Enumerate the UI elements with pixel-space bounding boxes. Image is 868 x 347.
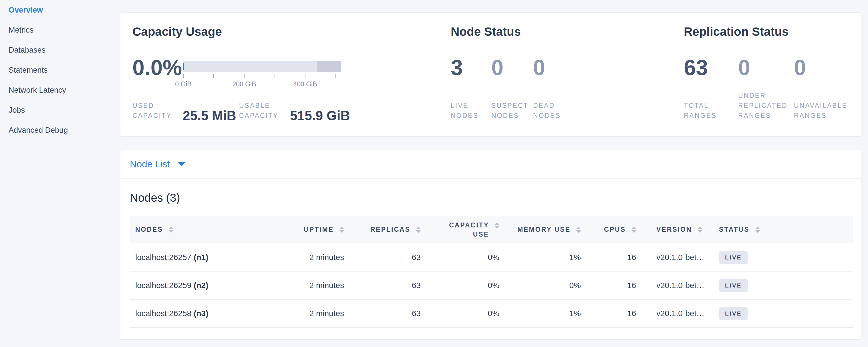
sidebar-item-overview[interactable]: Overview bbox=[0, 0, 120, 20]
unavailable-ranges-value: 0 bbox=[794, 56, 806, 80]
capacity-percent: 0.0% bbox=[132, 56, 182, 80]
capacity-use-value: 0% bbox=[488, 253, 499, 262]
sort-icon[interactable] bbox=[755, 227, 760, 233]
capacity-gauge-usable-segment bbox=[183, 61, 317, 72]
cluster-summary-card: Capacity Usage 0.0% 0 GiB 200 GiB 400 Gi… bbox=[120, 12, 861, 136]
axis-label-400: 400 GiB bbox=[293, 81, 317, 88]
sidebar-item-metrics[interactable]: Metrics bbox=[0, 20, 120, 40]
capacity-usage-title: Capacity Usage bbox=[132, 25, 222, 38]
under-replicated-ranges-value: 0 bbox=[738, 56, 750, 80]
header-status[interactable]: STATUS bbox=[716, 216, 853, 244]
overview-page: Overview Metrics Databases Statements Ne… bbox=[0, 0, 868, 347]
status-badge: LIVE bbox=[719, 251, 748, 264]
version-value: v20.1.0-bet… bbox=[656, 309, 705, 318]
sort-icon[interactable] bbox=[631, 227, 636, 233]
header-cpus[interactable]: CPUS bbox=[585, 216, 640, 244]
sidebar-item-databases[interactable]: Databases bbox=[0, 40, 120, 60]
under-replicated-ranges-label: UNDER- REPLICATED RANGES bbox=[738, 91, 787, 121]
uptime-value: 2 minutes bbox=[309, 281, 344, 290]
header-version[interactable]: VERSION bbox=[640, 216, 716, 244]
sidebar-item-advanced-debug[interactable]: Advanced Debug bbox=[0, 120, 120, 140]
sidebar-item-statements[interactable]: Statements bbox=[0, 60, 120, 80]
nodes-heading: Nodes (3) bbox=[130, 191, 180, 204]
memory-use-value: 0% bbox=[569, 281, 581, 290]
sort-icon[interactable] bbox=[698, 227, 703, 233]
axis-tick bbox=[305, 74, 305, 78]
capacity-use-value: 0% bbox=[488, 281, 499, 290]
cpus-value: 16 bbox=[627, 281, 636, 290]
axis-label-200: 200 GiB bbox=[232, 81, 256, 88]
sort-icon[interactable] bbox=[416, 227, 421, 233]
capacity-gauge-used-marker bbox=[183, 63, 184, 70]
replicas-value: 63 bbox=[412, 281, 421, 290]
unavailable-ranges-label: UNAVAILABLE RANGES bbox=[794, 101, 847, 121]
replicas-value: 63 bbox=[412, 309, 421, 318]
axis-label-0: 0 GiB bbox=[175, 81, 192, 88]
live-nodes-value: 3 bbox=[451, 56, 463, 80]
capacity-gauge-other-segment bbox=[317, 61, 341, 72]
cpus-value: 16 bbox=[627, 253, 636, 262]
memory-use-value: 1% bbox=[569, 253, 581, 262]
capacity-use-value: 0% bbox=[488, 309, 499, 318]
replicas-value: 63 bbox=[412, 253, 421, 262]
nodes-table: NODES UPTIME REPLICAS CAPACITY USE bbox=[129, 216, 853, 327]
version-value: v20.1.0-bet… bbox=[656, 281, 705, 290]
uptime-value: 2 minutes bbox=[309, 309, 344, 318]
suspect-nodes-value: 0 bbox=[491, 56, 503, 80]
suspect-nodes-label: SUSPECT NODES bbox=[491, 101, 529, 121]
node-list-dropdown[interactable]: Node List bbox=[120, 150, 861, 179]
node-status-title: Node Status bbox=[451, 25, 521, 38]
node-list-dropdown-label: Node List bbox=[130, 159, 169, 170]
header-nodes[interactable]: NODES bbox=[129, 216, 283, 244]
total-ranges-value: 63 bbox=[684, 56, 708, 80]
live-nodes-label: LIVE NODES bbox=[451, 101, 478, 121]
header-uptime[interactable]: UPTIME bbox=[283, 216, 348, 244]
node-list-card: Node List Nodes (3) NODES UPTIME REPLICA… bbox=[120, 150, 861, 340]
dead-nodes-value: 0 bbox=[533, 56, 545, 80]
node-id: (n3) bbox=[194, 309, 208, 318]
axis-tick bbox=[336, 74, 336, 78]
header-memory-use[interactable]: MEMORY USE bbox=[503, 216, 585, 244]
header-capacity-use[interactable]: CAPACITY USE bbox=[425, 216, 503, 244]
usable-capacity-label: USABLE CAPACITY bbox=[239, 101, 278, 121]
node-address[interactable]: localhost:26257 bbox=[135, 253, 191, 262]
axis-tick bbox=[213, 74, 214, 78]
axis-tick bbox=[244, 74, 245, 78]
used-capacity-value: 25.5 MiB bbox=[183, 108, 236, 123]
node-address[interactable]: localhost:26259 bbox=[135, 281, 191, 290]
dead-nodes-label: DEAD NODES bbox=[533, 101, 561, 121]
table-row[interactable]: localhost:26258(n3) 2 minutes 63 0% 1% 1… bbox=[129, 299, 853, 327]
header-replicas[interactable]: REPLICAS bbox=[348, 216, 425, 244]
sidebar-item-network-latency[interactable]: Network Latency bbox=[0, 80, 120, 100]
capacity-gauge-bar bbox=[183, 61, 341, 72]
node-id: (n2) bbox=[194, 281, 208, 290]
axis-tick bbox=[275, 74, 275, 78]
sort-icon[interactable] bbox=[495, 222, 499, 228]
capacity-gauge: 0 GiB 200 GiB 400 GiB bbox=[183, 61, 346, 104]
table-row[interactable]: localhost:26259(n2) 2 minutes 63 0% 0% 1… bbox=[129, 272, 853, 299]
table-row[interactable]: localhost:26257(n1) 2 minutes 63 0% 1% 1… bbox=[129, 244, 853, 272]
node-address[interactable]: localhost:26258 bbox=[135, 309, 191, 318]
replication-status-title: Replication Status bbox=[684, 25, 788, 38]
version-value: v20.1.0-bet… bbox=[656, 253, 705, 262]
used-capacity-label: USED CAPACITY bbox=[132, 101, 172, 121]
sort-icon[interactable] bbox=[169, 227, 173, 233]
column-divider bbox=[283, 244, 283, 327]
cpus-value: 16 bbox=[627, 309, 636, 318]
sort-icon[interactable] bbox=[339, 227, 344, 233]
sort-icon[interactable] bbox=[576, 227, 581, 233]
sidebar-item-jobs[interactable]: Jobs bbox=[0, 100, 120, 120]
node-id: (n1) bbox=[194, 253, 208, 262]
memory-use-value: 1% bbox=[569, 309, 581, 318]
usable-capacity-value: 515.9 GiB bbox=[290, 108, 350, 123]
total-ranges-label: TOTAL RANGES bbox=[684, 101, 717, 121]
status-badge: LIVE bbox=[719, 307, 748, 320]
sidebar: Overview Metrics Databases Statements Ne… bbox=[0, 0, 120, 347]
status-badge: LIVE bbox=[719, 279, 748, 292]
nodes-table-header: NODES UPTIME REPLICAS CAPACITY USE bbox=[129, 216, 853, 244]
axis-tick bbox=[183, 74, 184, 78]
chevron-down-icon bbox=[178, 162, 185, 166]
uptime-value: 2 minutes bbox=[309, 253, 344, 262]
